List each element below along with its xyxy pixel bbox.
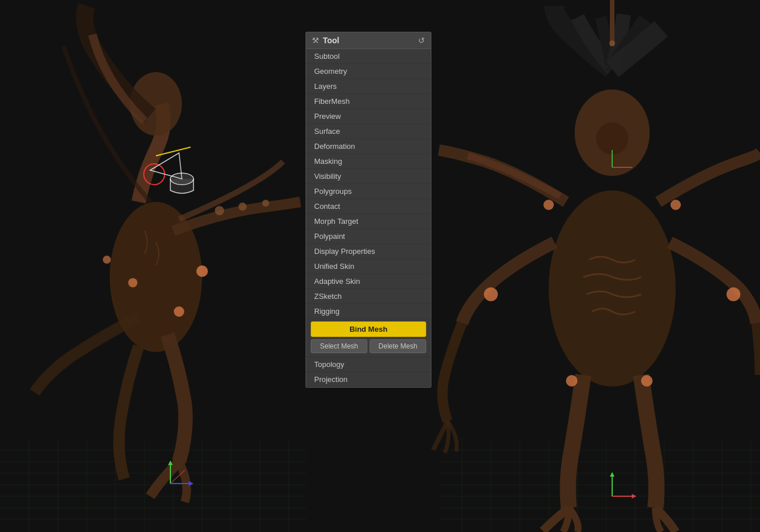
- reset-icon[interactable]: ↺: [418, 36, 425, 45]
- menu-item-fibermesh[interactable]: FiberMesh: [306, 94, 431, 109]
- tool-panel: ⚒ Tool ↺ SubtoolGeometryLayersFiberMeshP…: [306, 32, 431, 388]
- hammer-icon: ⚒: [312, 36, 319, 45]
- menu-item-morph-target[interactable]: Morph Target: [306, 214, 431, 229]
- bottom-menu-items-list: TopologyProjection: [306, 357, 431, 387]
- tool-panel-header: ⚒ Tool ↺: [306, 32, 431, 49]
- menu-item-layers[interactable]: Layers: [306, 79, 431, 94]
- menu-item-topology[interactable]: Topology: [306, 357, 431, 372]
- menu-item-adaptive-skin[interactable]: Adaptive Skin: [306, 274, 431, 289]
- menu-items-list: SubtoolGeometryLayersFiberMeshPreviewSur…: [306, 49, 431, 304]
- menu-item-subtool[interactable]: Subtool: [306, 49, 431, 64]
- menu-item-deformation[interactable]: Deformation: [306, 139, 431, 154]
- menu-item-visibility[interactable]: Visibility: [306, 169, 431, 184]
- menu-item-geometry[interactable]: Geometry: [306, 64, 431, 79]
- rigging-section-label: Rigging: [306, 304, 431, 319]
- menu-item-polygroups[interactable]: Polygroups: [306, 184, 431, 199]
- menu-item-zsketch[interactable]: ZSketch: [306, 289, 431, 304]
- mesh-buttons-row: Select Mesh Delete Mesh: [306, 339, 431, 357]
- menu-item-surface[interactable]: Surface: [306, 124, 431, 139]
- tool-panel-title: Tool: [323, 36, 340, 45]
- select-mesh-button[interactable]: Select Mesh: [311, 339, 367, 353]
- menu-item-display-properties[interactable]: Display Properties: [306, 244, 431, 259]
- menu-item-preview[interactable]: Preview: [306, 109, 431, 124]
- menu-item-contact[interactable]: Contact: [306, 199, 431, 214]
- delete-mesh-button[interactable]: Delete Mesh: [370, 339, 426, 353]
- menu-item-unified-skin[interactable]: Unified Skin: [306, 259, 431, 274]
- menu-item-projection[interactable]: Projection: [306, 372, 431, 387]
- tool-header-left: ⚒ Tool: [312, 36, 340, 45]
- menu-item-masking[interactable]: Masking: [306, 154, 431, 169]
- bind-mesh-button[interactable]: Bind Mesh: [311, 321, 426, 337]
- menu-item-polypaint[interactable]: Polypaint: [306, 229, 431, 244]
